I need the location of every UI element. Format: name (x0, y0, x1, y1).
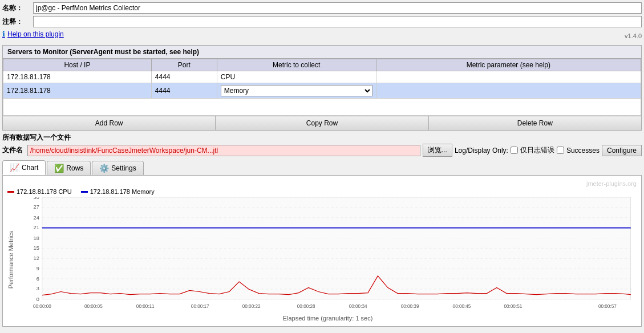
all-data-label: 所有数据写入一个文件 (2, 133, 71, 143)
table-row: 172.18.81.178 4444 CPU (3, 71, 641, 83)
copy-row-button[interactable]: Copy Row (216, 116, 428, 130)
svg-text:00:00:05: 00:00:05 (84, 304, 103, 309)
host-cell: 172.18.81.178 (3, 71, 152, 83)
servers-section: Servers to Monitor (ServerAgent must be … (2, 45, 642, 131)
svg-text:24: 24 (34, 215, 39, 221)
svg-text:6: 6 (37, 276, 39, 282)
name-input[interactable] (33, 2, 642, 14)
tab-settings-label: Settings (111, 164, 136, 172)
svg-text:00:00:11: 00:00:11 (136, 304, 155, 309)
tab-rows[interactable]: ✅ Rows (47, 161, 91, 175)
svg-text:00:00:45: 00:00:45 (453, 304, 471, 309)
x-axis-label: Elapsed time (granularity: 1 sec) (19, 315, 637, 322)
tabs-bar: 📈 Chart ✅ Rows ⚙️ Settings (2, 160, 642, 176)
chart-area: jmeter-plugins.org 172.18.81.178 CPU 172… (2, 176, 642, 327)
svg-text:00:00:17: 00:00:17 (191, 304, 209, 309)
legend-memory-label: 172.18.81.178 Memory (90, 188, 155, 195)
svg-text:00:00:51: 00:00:51 (504, 304, 523, 309)
file-input[interactable] (27, 145, 420, 156)
param-cell (376, 71, 641, 83)
legend-cpu: 172.18.81.178 CPU (7, 188, 72, 195)
svg-text:00:00:39: 00:00:39 (401, 304, 419, 309)
tab-settings[interactable]: ⚙️ Settings (92, 161, 143, 175)
name-label: 名称： (2, 3, 31, 13)
svg-text:00:00:34: 00:00:34 (349, 304, 367, 309)
svg-text:30: 30 (34, 197, 39, 200)
legend-cpu-label: 172.18.81.178 CPU (17, 188, 72, 195)
chart-svg: 0 3 6 9 12 15 18 21 24 (19, 197, 637, 314)
col-host: Host / IP (3, 59, 152, 71)
info-icon: ℹ (2, 30, 5, 38)
errors-checkbox[interactable] (511, 147, 518, 154)
name-row: 名称： (2, 2, 642, 14)
svg-text:18: 18 (34, 235, 39, 241)
note-label: 注释： (2, 17, 31, 27)
svg-text:00:00:22: 00:00:22 (242, 304, 261, 309)
browse-button[interactable]: 浏览... (423, 144, 452, 157)
delete-row-button[interactable]: Delete Row (429, 116, 641, 130)
note-input[interactable] (33, 16, 642, 27)
legend-memory-color (81, 191, 88, 193)
log-display-label: Log/Display Only: (455, 147, 508, 155)
table-row[interactable]: 172.18.81.178 4444 Memory CPU (3, 83, 641, 99)
svg-text:00:00:28: 00:00:28 (297, 304, 315, 309)
main-container: 名称： 注释： ℹ Help on this plugin v1.4.0 Ser… (0, 0, 644, 329)
configure-button[interactable]: Configure (602, 145, 642, 156)
note-row: 注释： (2, 16, 642, 27)
successes-checkbox-group: Successes (557, 147, 600, 155)
host-cell: 172.18.81.178 (3, 83, 152, 99)
port-cell: 4444 (151, 83, 217, 99)
svg-text:27: 27 (34, 204, 39, 210)
help-link[interactable]: ℹ Help on this plugin (2, 30, 64, 38)
svg-text:9: 9 (37, 266, 39, 271)
svg-text:00:00:00: 00:00:00 (33, 304, 51, 309)
help-link-text: Help on this plugin (7, 30, 64, 38)
version-text: v1.4.0 (625, 33, 642, 39)
chart-legend: 172.18.81.178 CPU 172.18.81.178 Memory (7, 188, 637, 195)
settings-tab-icon: ⚙️ (99, 164, 109, 173)
svg-text:3: 3 (37, 286, 39, 291)
tab-chart-label: Chart (22, 164, 38, 172)
legend-cpu-color (7, 191, 14, 193)
rows-tab-icon: ✅ (54, 164, 64, 173)
port-cell: 4444 (151, 71, 217, 83)
chart-watermark: jmeter-plugins.org (7, 180, 637, 187)
chart-tab-icon: 📈 (10, 163, 19, 172)
action-buttons: Add Row Copy Row Delete Row (3, 116, 641, 130)
servers-table: Host / IP Port Metric to collect Metric … (3, 59, 641, 116)
col-metric: Metric to collect (217, 59, 376, 71)
tab-chart[interactable]: 📈 Chart (2, 160, 46, 175)
metric-cell: CPU (217, 71, 376, 83)
all-data-section: 所有数据写入一个文件 (2, 133, 642, 143)
errors-label: 仅日志错误 (520, 145, 554, 155)
y-axis-label: Performance Metrics (7, 197, 17, 322)
param-cell (376, 83, 641, 99)
svg-text:0: 0 (37, 297, 39, 302)
chart-wrapper: Performance Metrics 0 3 6 9 (7, 197, 637, 322)
file-label: 文件名 (2, 145, 25, 155)
svg-text:00:00:57: 00:00:57 (598, 304, 617, 309)
metric-cell[interactable]: Memory CPU (217, 83, 376, 99)
successes-label: Successes (566, 147, 600, 155)
col-param: Metric parameter (see help) (376, 59, 641, 71)
metric-select[interactable]: Memory CPU (221, 85, 372, 96)
col-port: Port (151, 59, 217, 71)
servers-title: Servers to Monitor (ServerAgent must be … (3, 46, 641, 59)
tab-rows-label: Rows (66, 164, 83, 172)
svg-text:15: 15 (34, 245, 39, 251)
legend-memory: 172.18.81.178 Memory (81, 188, 155, 195)
svg-text:21: 21 (34, 225, 39, 230)
add-row-button[interactable]: Add Row (3, 116, 216, 130)
errors-checkbox-group: 仅日志错误 (511, 145, 554, 155)
chart-inner: 0 3 6 9 12 15 18 21 24 (19, 197, 637, 322)
svg-text:12: 12 (34, 255, 39, 261)
successes-checkbox[interactable] (557, 147, 564, 154)
file-section: 文件名 浏览... Log/Display Only: 仅日志错误 Succes… (2, 144, 642, 157)
